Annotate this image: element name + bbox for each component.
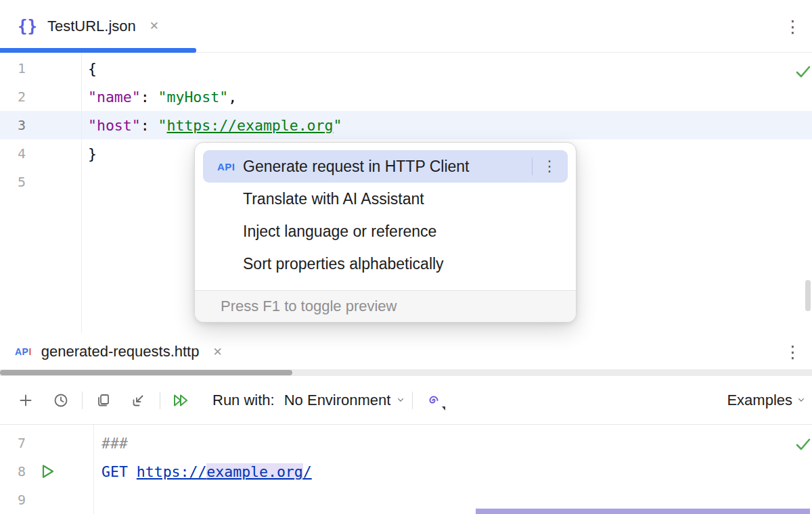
- environment-value: No Environment: [284, 392, 391, 409]
- code-text: "name": "myHost",: [88, 89, 237, 106]
- line-number: 3: [0, 117, 26, 133]
- gutter-divider: [93, 425, 94, 514]
- divider: [532, 158, 533, 175]
- code-line: 7 ###: [0, 429, 812, 457]
- line-number: 4: [0, 145, 26, 162]
- run-with-label: Run with:: [212, 392, 275, 409]
- code-text: {: [88, 60, 97, 77]
- gutter-divider: [81, 53, 82, 333]
- editor1-tab-bar: {} TestURL.json ✕ ⋮: [0, 0, 812, 53]
- line-number: 2: [0, 89, 26, 105]
- tab-generated-requests-http[interactable]: API generated-requests.http ✕: [0, 334, 238, 369]
- inspections-ok-icon[interactable]: [796, 438, 811, 451]
- code-line: 8 GET https://example.org/: [0, 457, 812, 486]
- code-text: "host": "https://example.org": [88, 117, 342, 134]
- menu-item-label: Translate with AI Assistant: [243, 190, 424, 208]
- add-request-button[interactable]: [14, 388, 38, 413]
- environment-selector[interactable]: No Environment: [284, 392, 404, 409]
- http-file-icon: API: [15, 346, 32, 357]
- toolbar-divider: [412, 392, 413, 409]
- menu-item-label: Inject language or reference: [243, 223, 436, 241]
- code-line: 1 {: [0, 54, 812, 83]
- chevron-down-icon: [798, 398, 804, 402]
- request-url-host[interactable]: example.org: [206, 463, 302, 480]
- copy-button[interactable]: [91, 388, 116, 413]
- history-button[interactable]: [49, 388, 73, 413]
- close-tab-icon[interactable]: ✕: [212, 345, 222, 359]
- close-tab-icon[interactable]: ✕: [150, 19, 159, 33]
- vertical-scrollbar-thumb[interactable]: [805, 280, 811, 311]
- popup-item-list: API Generate request in HTTP Client ⋮ Tr…: [195, 143, 576, 290]
- bottom-scrollbar-thumb[interactable]: [476, 509, 810, 514]
- menu-item-generate-request[interactable]: API Generate request in HTTP Client ⋮: [203, 150, 568, 183]
- http-client-toolbar: Run with: No Environment Examples: [0, 376, 812, 425]
- horizontal-scrollbar-thumb[interactable]: [0, 370, 292, 375]
- inspections-ok-icon[interactable]: [796, 65, 811, 78]
- menu-item-translate-ai[interactable]: Translate with AI Assistant: [203, 183, 568, 215]
- toolbar-divider: [160, 392, 160, 409]
- line-number: 9: [0, 492, 26, 508]
- examples-label: Examples: [727, 392, 792, 409]
- ai-swirl-icon: [426, 392, 442, 408]
- tab-title: TestURL.json: [47, 18, 136, 35]
- line-number: 8: [0, 463, 26, 480]
- import-request-button[interactable]: [127, 388, 151, 413]
- import-icon: [131, 392, 147, 408]
- ai-convert-button[interactable]: [422, 388, 446, 413]
- code-line-current: 3 "host": "https://example.org": [0, 111, 812, 139]
- menu-item-sort-properties[interactable]: Sort properties alphabetically: [203, 248, 568, 280]
- json-file-icon: {}: [18, 17, 37, 36]
- copy-icon: [95, 392, 112, 408]
- line-number: 1: [0, 60, 26, 76]
- menu-item-inject-language[interactable]: Inject language or reference: [203, 215, 568, 248]
- run-all-requests-button[interactable]: [169, 388, 194, 413]
- url-link[interactable]: https://example.org: [167, 117, 334, 134]
- code-text: }: [88, 145, 97, 162]
- run-request-icon[interactable]: [41, 463, 55, 480]
- active-tab-indicator: [0, 48, 196, 53]
- gutter-slot: [26, 463, 93, 480]
- code-text: ###: [102, 435, 128, 452]
- more-options-icon[interactable]: ⋮: [784, 344, 801, 360]
- tab-testurl-json[interactable]: {} TestURL.json ✕: [0, 0, 177, 52]
- run-all-icon: [172, 392, 191, 408]
- line-number: 7: [0, 435, 26, 451]
- ide-window: {} TestURL.json ✕ ⋮ 1 { 2 "name": "myHos…: [0, 0, 812, 514]
- menu-item-label: Generate request in HTTP Client: [243, 158, 470, 176]
- code-text: GET https://example.org/: [102, 463, 312, 480]
- request-url[interactable]: https://: [137, 463, 207, 480]
- tab-title: generated-requests.http: [41, 343, 200, 360]
- intention-actions-popup: API Generate request in HTTP Client ⋮ Tr…: [194, 142, 577, 323]
- request-url-path[interactable]: /: [303, 463, 312, 480]
- more-options-icon[interactable]: ⋮: [784, 18, 801, 34]
- examples-dropdown[interactable]: Examples: [727, 392, 804, 409]
- footer-hint: Press F1 to toggle preview: [221, 298, 397, 315]
- popup-footer: Press F1 to toggle preview: [195, 290, 576, 322]
- clock-icon: [53, 392, 69, 408]
- chevron-down-icon: [398, 398, 403, 402]
- api-icon: API: [217, 161, 235, 172]
- dropdown-triangle-icon: [442, 406, 445, 411]
- code-line: 2 "name": "myHost",: [0, 83, 812, 111]
- menu-item-label: Sort properties alphabetically: [243, 255, 444, 273]
- line-number: 5: [0, 174, 26, 190]
- item-more-options-icon[interactable]: ⋮: [542, 159, 557, 174]
- plus-icon: [18, 392, 34, 408]
- editor2-tab-bar: API generated-requests.http ✕ ⋮: [0, 334, 812, 369]
- http-editor[interactable]: 7 ### 8 GET https://example.org/ 9: [0, 425, 812, 514]
- toolbar-divider: [82, 392, 83, 409]
